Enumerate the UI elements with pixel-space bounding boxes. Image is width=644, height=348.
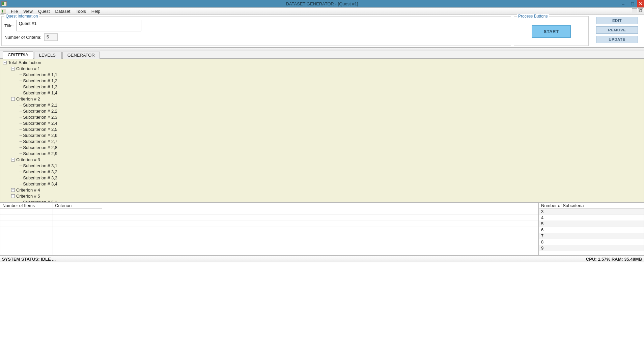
tree-root-label: Total Satisfaction — [8, 60, 41, 65]
tree-subcriterion[interactable]: ····Subcriterion # 5,1 — [19, 199, 642, 202]
separator-strip — [0, 48, 644, 51]
tree-connector-icon: ···· — [19, 85, 22, 89]
table-row[interactable] — [53, 239, 538, 245]
process-buttons-group: Process Buttons START — [514, 16, 589, 46]
expand-icon[interactable]: + — [11, 188, 15, 192]
tree-criterion-label: Criterion # 1 — [16, 66, 40, 71]
edit-button[interactable]: EDIT — [596, 17, 638, 24]
tree-subcriterion-label: Subcriterion # 1,4 — [23, 90, 57, 95]
table-row[interactable] — [53, 221, 538, 227]
tree-subcriterion-label: Subcriterion # 2,3 — [23, 115, 57, 120]
tree-subcriterion-label: Subcriterion # 3,4 — [23, 181, 57, 186]
table-row[interactable] — [0, 233, 53, 239]
remove-button[interactable]: REMOVE — [596, 26, 638, 34]
tree-subcriterion-label: Subcriterion # 2,4 — [23, 121, 57, 126]
collapse-icon[interactable]: − — [11, 97, 15, 101]
tree-subcriterion[interactable]: ····Subcriterion # 3,3 — [19, 175, 642, 181]
tree-criterion-label: Criterion # 3 — [16, 157, 40, 162]
table-row[interactable]: 3 — [539, 209, 644, 215]
tree-subcriterion[interactable]: ····Subcriterion # 1,4 — [19, 90, 642, 96]
tree-criterion[interactable]: −Criterion # 1 — [11, 65, 642, 71]
tree-connector-icon: ···· — [19, 121, 22, 125]
table-row[interactable]: 8 — [539, 239, 644, 245]
table-row[interactable] — [53, 209, 538, 215]
column-subcriteria-rows: 3 4 5 6 7 8 9 — [539, 209, 644, 251]
num-criteria-value: 5 — [47, 34, 49, 39]
table-row[interactable] — [0, 227, 53, 233]
tree-criterion-label: Criterion # 5 — [16, 194, 40, 199]
minimize-button[interactable] — [618, 0, 628, 7]
menu-quest[interactable]: Quest — [35, 8, 53, 14]
close-button[interactable] — [637, 0, 644, 7]
tree-subcriterion-label: Subcriterion # 1,3 — [23, 84, 57, 89]
tab-criteria[interactable]: CRITERIA — [3, 51, 33, 58]
maximize-button[interactable] — [628, 0, 637, 7]
tree-subcriterion[interactable]: ····Subcriterion # 2,4 — [19, 120, 642, 126]
table-row[interactable] — [0, 209, 53, 215]
tree-criterion-label: Criterion # 4 — [16, 187, 40, 193]
collapse-icon[interactable]: − — [3, 61, 7, 64]
tree-subcriterion[interactable]: ····Subcriterion # 2,5 — [19, 126, 642, 132]
criteria-tree: −Total Satisfaction−Criterion # 1····Sub… — [0, 59, 644, 202]
table-row[interactable] — [0, 245, 53, 251]
column-header-items[interactable]: Number of Items — [0, 203, 53, 209]
tree-subcriterion[interactable]: ····Subcriterion # 3,2 — [19, 169, 642, 175]
title-label: Title: — [4, 23, 14, 28]
tree-subcriterion[interactable]: ····Subcriterion # 2,7 — [19, 138, 642, 144]
table-row[interactable]: 7 — [539, 233, 644, 239]
table-row[interactable] — [53, 233, 538, 239]
menu-dataset[interactable]: Dataset — [53, 8, 73, 14]
tree-subcriterion[interactable]: ····Subcriterion # 2,9 — [19, 150, 642, 156]
tree-criterion[interactable]: +Criterion # 4 — [11, 187, 642, 193]
table-row[interactable] — [53, 245, 538, 251]
table-row[interactable]: 5 — [539, 221, 644, 227]
menu-help[interactable]: Help — [89, 8, 103, 14]
table-row[interactable] — [53, 215, 538, 221]
tree-subcriterion[interactable]: ····Subcriterion # 2,3 — [19, 114, 642, 120]
tree-criterion[interactable]: −Criterion # 5 — [11, 193, 642, 199]
menu-file[interactable]: File — [8, 8, 21, 14]
tree-subcriterion[interactable]: ····Subcriterion # 1,2 — [19, 78, 642, 84]
mdi-restore-button[interactable]: ❐ — [638, 8, 643, 13]
table-row[interactable]: 4 — [539, 215, 644, 221]
tree-subcriterion[interactable]: ····Subcriterion # 2,1 — [19, 102, 642, 108]
column-items-rows — [0, 209, 53, 251]
start-button[interactable]: START — [532, 25, 571, 38]
tree-connector-icon: ···· — [19, 103, 22, 107]
collapse-icon[interactable]: − — [11, 158, 15, 162]
tree-subcriterion[interactable]: ····Subcriterion # 2,2 — [19, 108, 642, 114]
table-row[interactable] — [0, 215, 53, 221]
collapse-icon[interactable]: − — [11, 67, 15, 70]
table-row[interactable] — [0, 239, 53, 245]
menu-view[interactable]: View — [21, 8, 35, 14]
tab-generator[interactable]: GENERATOR — [62, 52, 100, 59]
tree-criterion[interactable]: −Criterion # 2 — [11, 96, 642, 102]
criteria-tree-area[interactable]: −Total Satisfaction−Criterion # 1····Sub… — [0, 59, 644, 202]
menu-tools[interactable]: Tools — [73, 8, 88, 14]
table-row[interactable] — [53, 227, 538, 233]
update-button[interactable]: UPDATE — [596, 36, 638, 43]
collapse-icon[interactable]: − — [11, 194, 15, 198]
table-row[interactable] — [0, 221, 53, 227]
num-criteria-input[interactable]: 5 — [44, 33, 58, 41]
tree-criterion[interactable]: −Criterion # 3 — [11, 156, 642, 163]
tree-root[interactable]: −Total Satisfaction — [3, 59, 642, 65]
bottom-grid: Number of Items Criterion Number of Subc… — [0, 202, 644, 256]
tree-subcriterion[interactable]: ····Subcriterion # 1,1 — [19, 71, 642, 78]
column-header-criterion[interactable]: Criterion — [53, 203, 102, 209]
mdi-minimize-button[interactable]: – — [632, 8, 637, 13]
table-row[interactable]: 9 — [539, 245, 644, 251]
tree-subcriterion[interactable]: ····Subcriterion # 3,4 — [19, 181, 642, 187]
tree-connector-icon: ···· — [19, 73, 22, 77]
tree-connector-icon: ···· — [19, 200, 22, 203]
table-row[interactable]: 6 — [539, 227, 644, 233]
tree-subcriterion[interactable]: ····Subcriterion # 3,1 — [19, 163, 642, 169]
column-header-subcriteria[interactable]: Number of Subcriteria — [539, 203, 644, 209]
tree-connector-icon: ···· — [19, 127, 22, 131]
tree-subcriterion[interactable]: ····Subcriterion # 2,6 — [19, 132, 642, 138]
tab-levels[interactable]: LEVELS — [34, 52, 62, 59]
mdi-controls: – ❐ — [632, 8, 643, 13]
title-input[interactable]: Quest #1 — [17, 20, 141, 31]
tree-subcriterion[interactable]: ····Subcriterion # 1,3 — [19, 84, 642, 90]
tree-subcriterion[interactable]: ····Subcriterion # 2,8 — [19, 144, 642, 150]
